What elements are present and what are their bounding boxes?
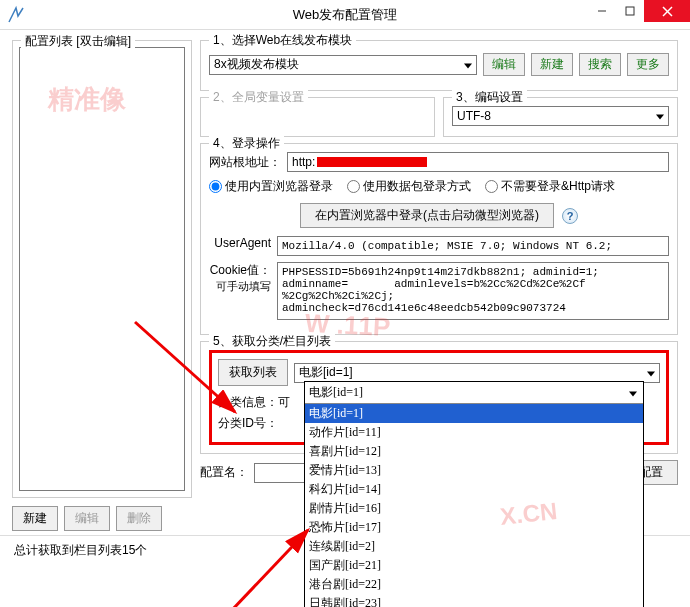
radio-packet-login[interactable]: 使用数据包登录方式 [347,178,471,195]
dropdown-item[interactable]: 爱情片[id=13] [305,461,643,480]
radio-no-login[interactable]: 不需要登录&Http请求 [485,178,615,195]
cookie-label: Cookie值： 可手动填写 [209,262,271,294]
window-title: Web发布配置管理 [293,6,398,24]
highlighted-area: 获取列表 电影[id=1] 电影[id=1] 电影[id=1]动作片[id=11… [209,350,669,445]
root-url-label: 网站根地址： [209,154,281,171]
config-list-label: 配置列表 [双击编辑] [21,33,135,50]
section-login: 4、登录操作 网站根地址： http: 使用内置浏览器登录 使用数据包登录方式 … [200,143,678,335]
cookie-textarea[interactable] [277,262,669,320]
dropdown-item[interactable]: 日韩剧[id=23] [305,594,643,607]
dropdown-item[interactable]: 港台剧[id=22] [305,575,643,594]
maximize-button[interactable] [616,0,644,22]
section3-label: 3、编码设置 [452,89,527,106]
module-search-button[interactable]: 搜索 [579,53,621,76]
useragent-input[interactable] [277,236,669,256]
section-module: 1、选择Web在线发布模块 8x视频发布模块 编辑 新建 搜索 更多 [200,40,678,91]
dropdown-item[interactable]: 剧情片[id=16] [305,499,643,518]
encoding-select[interactable]: UTF-8 [452,106,669,126]
dropdown-item[interactable]: 国产剧[id=21] [305,556,643,575]
dropdown-item[interactable]: 科幻片[id=14] [305,480,643,499]
close-button[interactable] [644,0,690,22]
radio-browser-login[interactable]: 使用内置浏览器登录 [209,178,333,195]
category-select[interactable]: 电影[id=1] [294,363,660,383]
dropdown-item[interactable]: 恐怖片[id=17] [305,518,643,537]
status-text: 总计获取到栏目列表15个 [14,543,147,557]
get-list-button[interactable]: 获取列表 [218,359,288,386]
section-globals: 2、全局变量设置 [200,97,435,137]
section4-label: 4、登录操作 [209,135,284,152]
section2-label: 2、全局变量设置 [209,89,308,106]
dropdown-item[interactable]: 电影[id=1] [305,404,643,423]
launch-browser-button[interactable]: 在内置浏览器中登录(点击启动微型浏览器) [300,203,554,228]
config-name-label: 配置名： [200,464,248,481]
dropdown-selected[interactable]: 电影[id=1] [305,382,643,404]
dropdown-item[interactable]: 喜剧片[id=12] [305,442,643,461]
useragent-label: UserAgent [209,236,271,250]
redacted-url [317,157,427,167]
new-config-button[interactable]: 新建 [12,506,58,531]
category-dropdown-open[interactable]: 电影[id=1] 电影[id=1]动作片[id=11]喜剧片[id=12]爱情片… [304,381,644,607]
module-select[interactable]: 8x视频发布模块 [209,55,477,75]
root-url-input[interactable]: http: [287,152,669,172]
config-list-panel: 配置列表 [双击编辑] [12,40,192,498]
section-categories: 5、获取分类/栏目列表 获取列表 电影[id=1] 电影[id=1] 电影[id… [200,341,678,454]
minimize-button[interactable] [588,0,616,22]
titlebar: Web发布配置管理 [0,0,690,30]
help-icon[interactable]: ? [562,208,578,224]
svg-rect-1 [626,7,634,15]
module-more-button[interactable]: 更多 [627,53,669,76]
edit-config-button[interactable]: 编辑 [64,506,110,531]
app-icon [6,5,26,25]
dropdown-item[interactable]: 动作片[id=11] [305,423,643,442]
section-encoding: 3、编码设置 UTF-8 [443,97,678,137]
category-info-label: 分类信息：可 [218,394,290,411]
module-new-button[interactable]: 新建 [531,53,573,76]
section5-label: 5、获取分类/栏目列表 [209,333,335,350]
config-listbox[interactable] [19,47,185,491]
section1-label: 1、选择Web在线发布模块 [209,32,356,49]
delete-config-button[interactable]: 删除 [116,506,162,531]
category-id-label: 分类ID号： [218,415,278,432]
module-edit-button[interactable]: 编辑 [483,53,525,76]
dropdown-item[interactable]: 连续剧[id=2] [305,537,643,556]
